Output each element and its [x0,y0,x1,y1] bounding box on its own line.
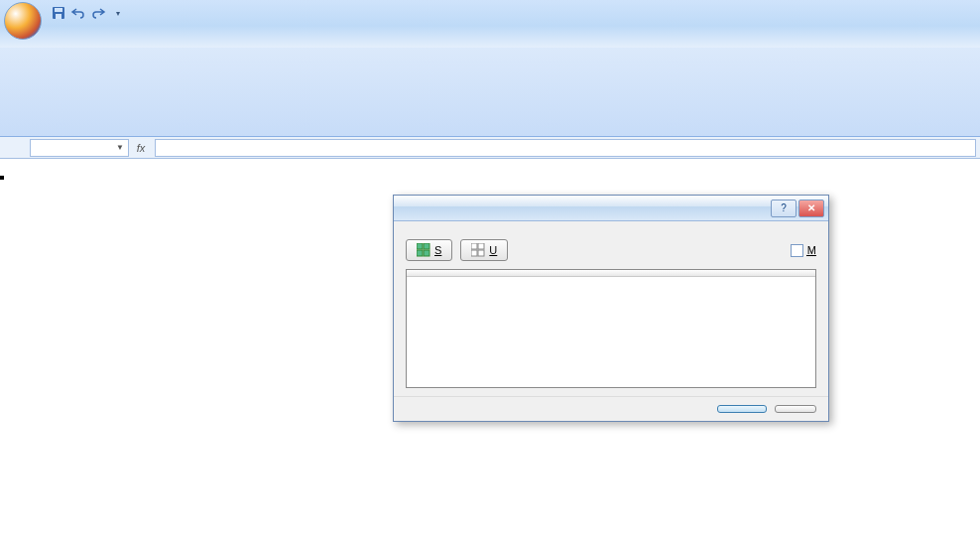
unselect-all-label: U [489,244,497,256]
checkbox-icon [791,244,803,257]
cancel-button[interactable] [775,405,816,413]
selection-border [0,176,4,180]
office-button[interactable] [4,2,42,40]
formula-input[interactable] [155,139,976,157]
formula-bar: ▼ fx [0,137,980,159]
svg-rect-1 [55,8,62,12]
ribbon-tabs [0,26,980,48]
svg-rect-2 [56,14,61,19]
qat-dropdown-icon[interactable]: ▾ [109,4,127,22]
svg-rect-8 [478,243,484,249]
ok-button[interactable] [717,405,767,413]
select-all-button[interactable]: S [406,239,452,261]
svg-rect-9 [471,250,477,256]
svg-rect-6 [424,250,429,256]
svg-rect-3 [417,243,423,249]
name-box-dropdown-icon[interactable]: ▼ [116,143,124,152]
headers-checkbox-label: M [807,244,816,256]
svg-rect-7 [471,243,477,249]
svg-rect-10 [478,250,484,256]
undo-icon[interactable] [69,4,87,22]
title-bar: ▾ [0,0,980,26]
remove-duplicates-dialog: ? ✕ S U M [393,195,829,422]
dialog-help-button[interactable]: ? [771,200,796,217]
my-data-has-headers-checkbox[interactable]: M [791,244,816,257]
fx-icon[interactable]: fx [131,142,151,154]
select-all-icon [417,243,430,257]
redo-icon[interactable] [89,4,107,22]
columns-header [407,270,815,277]
dialog-titlebar[interactable]: ? ✕ [394,196,828,221]
name-box[interactable]: ▼ [30,139,129,157]
columns-listbox[interactable] [406,269,816,388]
spreadsheet-grid[interactable] [0,159,980,176]
ribbon [0,48,980,137]
svg-rect-4 [424,243,429,249]
select-all-label: S [434,244,441,256]
save-icon[interactable] [50,4,67,22]
unselect-all-icon [471,243,485,257]
unselect-all-button[interactable]: U [460,239,508,261]
quick-access-toolbar: ▾ [50,4,127,22]
svg-rect-5 [417,250,423,256]
dialog-close-button[interactable]: ✕ [798,200,824,217]
